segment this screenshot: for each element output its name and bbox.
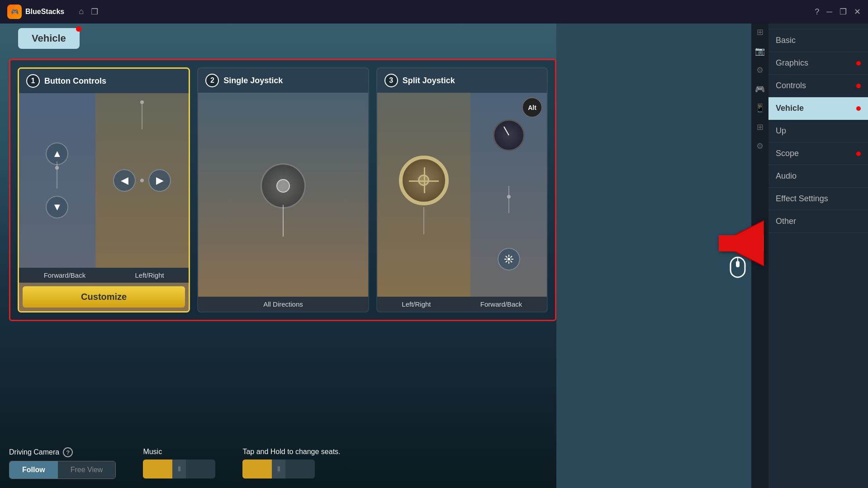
sidebar-item-up-label: Up [776, 126, 786, 136]
window-controls: ? ─ ❐ ✕ [815, 7, 861, 17]
home-icon[interactable]: ⌂ [79, 7, 84, 17]
sidebar-item-up[interactable]: Up [768, 120, 868, 142]
driving-camera-section: Driving Camera ? Follow Free View [9, 447, 116, 479]
alt-button[interactable]: Alt [522, 97, 542, 118]
steering-wheel-area [377, 93, 470, 297]
edge-icon-3[interactable]: ⚙ [756, 65, 764, 75]
split-joystick-content: Alt [377, 93, 547, 297]
music-slider-handle[interactable]: ⦀ [172, 460, 186, 479]
graphics-dot [856, 61, 861, 66]
customize-button[interactable]: Customize [23, 286, 185, 308]
sidebar-item-other[interactable]: Other [768, 210, 868, 233]
svg-point-0 [508, 258, 510, 261]
svg-line-7 [510, 256, 512, 257]
controls-dot [856, 84, 861, 88]
joystick-line [283, 205, 284, 237]
sidebar-item-graphics-label: Graphics [776, 58, 808, 68]
forward-back-area: ▲ ▼ [19, 93, 95, 268]
button-controls-labels: Forward/Back Left/Right [19, 268, 189, 283]
vehicle-btn[interactable]: Vehicle [18, 28, 80, 49]
vehicle-dot [856, 106, 861, 111]
split-left-right-label: Left/Right [402, 300, 431, 308]
driving-camera-label-area: Driving Camera ? [9, 447, 116, 457]
control-options-container: 1 Button Controls ▲ ▼ ◀ [9, 59, 556, 321]
edge-icon-4[interactable]: 🎮 [755, 84, 765, 94]
close-icon[interactable]: ✕ [854, 7, 861, 17]
button-controls-body: ▲ ▼ ◀ ▶ [19, 93, 189, 311]
windows-icon[interactable]: ❐ [91, 7, 98, 17]
seat-change-label: Tap and Hold to change seats. [242, 448, 340, 456]
app-logo: 🎮 BlueStacks [7, 5, 64, 19]
sidebar-item-vehicle-label: Vehicle [776, 104, 804, 113]
left-right-label: Left/Right [135, 271, 164, 279]
sidebar-item-basic[interactable]: Basic [768, 29, 868, 52]
button-controls-header: 1 Button Controls [19, 69, 189, 93]
music-section: Music ⦀ [143, 448, 215, 479]
red-arrow-indicator [683, 216, 764, 272]
app-title: BlueStacks [25, 8, 64, 16]
edge-icon-5[interactable]: 📱 [755, 103, 765, 113]
steering-wheel[interactable] [399, 156, 449, 205]
single-joystick-card[interactable]: 2 Single Joystick All Directions [197, 67, 369, 313]
seat-slider-fill [242, 460, 272, 479]
gear-shift-button[interactable] [498, 248, 520, 270]
split-joystick-card[interactable]: 3 Split Joystick Alt [376, 67, 548, 313]
minimize-icon[interactable]: ─ [826, 7, 832, 17]
free-view-button[interactable]: Free View [58, 461, 116, 479]
sidebar-item-scope[interactable]: Scope [768, 142, 868, 165]
split-joystick-labels: Left/Right Forward/Back [377, 297, 547, 312]
single-joystick-labels: All Directions [198, 297, 368, 312]
seat-slider-handle[interactable]: ⦀ [272, 460, 285, 479]
split-forward-back-label: Forward/Back [480, 300, 522, 308]
edge-icon-6[interactable]: ⊞ [757, 122, 764, 132]
right-arrow-btn[interactable]: ▶ [148, 169, 171, 192]
button-controls-card[interactable]: 1 Button Controls ▲ ▼ ◀ [18, 67, 190, 313]
help-icon[interactable]: ? [815, 7, 819, 17]
seat-section: Tap and Hold to change seats. ⦀ [242, 448, 340, 479]
left-right-area: ◀ ▶ [95, 93, 189, 268]
sidebar-item-graphics[interactable]: Graphics [768, 52, 868, 75]
button-controls-title: Button Controls [44, 76, 106, 86]
follow-button[interactable]: Follow [9, 461, 58, 479]
down-arrow-btn[interactable]: ▼ [46, 196, 68, 218]
vehicle-btn-dot [76, 26, 81, 32]
left-arrow-btn[interactable]: ◀ [113, 169, 136, 192]
bottom-controls: Driving Camera ? Follow Free View Music … [9, 447, 552, 479]
sidebar-item-controls-label: Controls [776, 81, 806, 90]
edge-icon-1[interactable]: ⊞ [757, 27, 764, 37]
speedo-needle [503, 126, 509, 135]
sidebar-item-vehicle[interactable]: Vehicle [768, 97, 868, 120]
top-bar: 🎮 BlueStacks ⌂ ❐ ? ─ ❐ ✕ [0, 0, 868, 24]
forward-back-label: Forward/Back [44, 271, 86, 279]
svg-line-5 [505, 256, 507, 257]
card-number-2: 2 [205, 74, 219, 87]
single-joystick-control[interactable] [261, 163, 306, 208]
split-joystick-title: Split Joystick [403, 76, 455, 85]
sidebar-item-controls[interactable]: Controls [768, 75, 868, 97]
joystick-inner [276, 179, 290, 193]
speedometer [493, 119, 525, 151]
card-number-3: 3 [384, 74, 398, 87]
speedometer-area: Alt [470, 93, 547, 297]
music-slider[interactable]: ⦀ [143, 460, 215, 479]
edge-icon-7[interactable]: ⚙ [756, 141, 764, 151]
camera-mode-buttons: Follow Free View [9, 461, 116, 479]
edge-icon-2[interactable]: 📷 [755, 46, 765, 56]
scope-dot [856, 152, 861, 156]
svg-rect-13 [719, 235, 764, 251]
nav-icons: ⌂ ❐ [79, 7, 98, 17]
all-directions-label: All Directions [263, 300, 303, 308]
restore-icon[interactable]: ❐ [840, 7, 847, 17]
music-label: Music [143, 448, 215, 456]
help-circle-icon[interactable]: ? [63, 447, 73, 457]
sidebar-item-audio-label: Audio [776, 171, 797, 181]
button-controls-split: ▲ ▼ ◀ ▶ [19, 93, 189, 268]
svg-line-8 [505, 261, 507, 262]
music-slider-fill [143, 460, 172, 479]
sidebar-item-effect-settings[interactable]: Effect Settings [768, 188, 868, 210]
driving-camera-label: Driving Camera [9, 448, 59, 456]
settings-sidebar: Settings ✕ Basic Graphics Controls Vehic… [768, 0, 868, 488]
vehicle-button-top[interactable]: Vehicle [18, 28, 80, 49]
seat-slider[interactable]: ⦀ [242, 460, 315, 479]
sidebar-item-audio[interactable]: Audio [768, 165, 868, 188]
